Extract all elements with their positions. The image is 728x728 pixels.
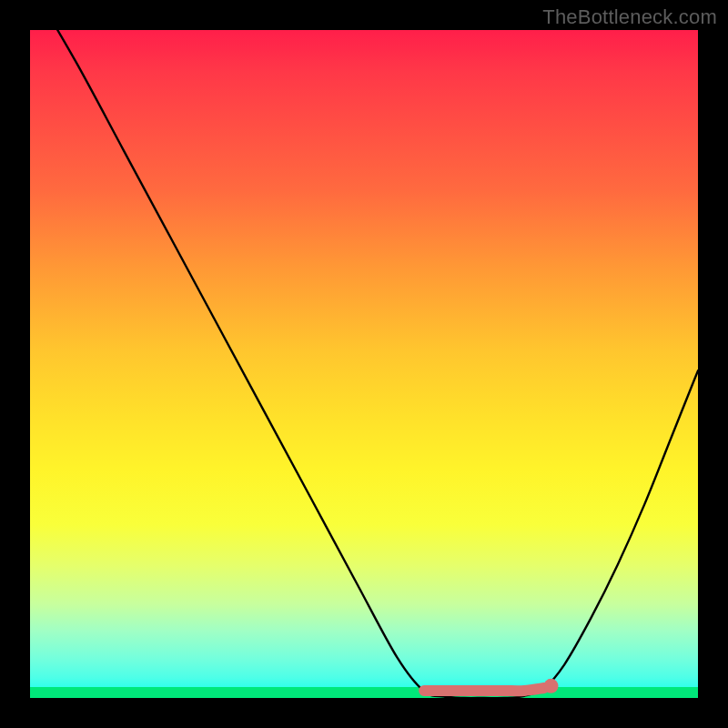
highlight-band bbox=[424, 688, 544, 691]
watermark-text: TheBottleneck.com bbox=[542, 5, 717, 29]
chart-frame: TheBottleneck.com bbox=[0, 0, 728, 728]
highlight-marker bbox=[544, 679, 559, 693]
curve-layer bbox=[30, 30, 698, 698]
bottleneck-curve bbox=[30, 30, 698, 698]
plot-area bbox=[30, 30, 698, 698]
